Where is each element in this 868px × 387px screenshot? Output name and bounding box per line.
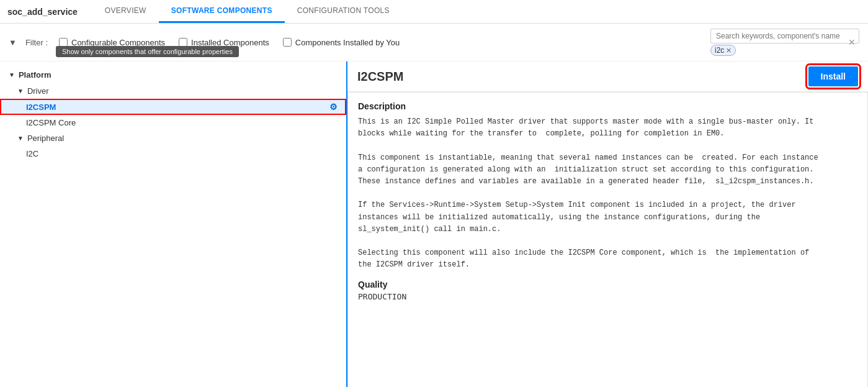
quality-section: Quality PRODUCTION	[358, 280, 857, 301]
tree-item-i2cspm-core[interactable]: I2CSPM Core	[0, 115, 346, 130]
description-heading: Description	[358, 101, 857, 111]
tab-software-components[interactable]: SOFTWARE COMPONENTS	[159, 0, 285, 23]
tree-subgroup-driver-label: Driver	[27, 86, 49, 96]
gear-icon[interactable]: ⚙	[329, 102, 338, 112]
search-wrapper: ✕ i2c ✕	[710, 29, 859, 56]
filter-bar: ▼ Filter : Configurable Components Insta…	[0, 24, 868, 61]
detail-title: I2CSPM	[357, 70, 808, 84]
install-button[interactable]: Install	[808, 66, 858, 86]
search-tag: i2c ✕	[710, 45, 736, 56]
app-title: soc_add_service	[7, 7, 78, 17]
filter-installed-checkbox[interactable]	[179, 38, 187, 47]
tree-subgroup-peripheral[interactable]: ▼ Peripheral	[0, 130, 346, 146]
search-tag-remove-icon[interactable]: ✕	[726, 47, 732, 55]
filter-installed-by-you-label[interactable]: Components Installed by You	[295, 38, 400, 47]
right-panel: I2CSPM Install Description This is an I2…	[347, 61, 868, 387]
top-nav: soc_add_service OVERVIEW SOFTWARE COMPON…	[0, 0, 868, 24]
right-header: I2CSPM Install	[347, 61, 868, 92]
tab-overview[interactable]: OVERVIEW	[92, 0, 159, 23]
description-text: This is an I2C Simple Polled Master driv…	[358, 116, 857, 271]
tree-section: ▼ Platform ▼ Driver I2CSPM ⚙ I2CSPM Core…	[0, 61, 346, 166]
tree-item-i2cspm-core-label: I2CSPM Core	[26, 118, 76, 127]
filter-configurable-checkbox[interactable]	[59, 38, 68, 47]
peripheral-arrow-icon: ▼	[17, 135, 24, 142]
filter-icon: ▼	[9, 38, 17, 47]
tree-item-i2c-label: I2C	[26, 149, 38, 158]
filter-tooltip: Show only components that offer configur…	[56, 46, 239, 57]
nav-tabs: OVERVIEW SOFTWARE COMPONENTS CONFIGURATI…	[92, 0, 402, 23]
search-clear-icon[interactable]: ✕	[848, 38, 856, 47]
platform-arrow-icon: ▼	[9, 71, 15, 78]
tree-subgroup-driver[interactable]: ▼ Driver	[0, 83, 346, 99]
filter-installed-by-you-checkbox[interactable]	[283, 38, 292, 47]
detail-body: Description This is an I2C Simple Polled…	[347, 92, 868, 387]
filter-label: Filter :	[25, 38, 48, 47]
filter-installed-by-you: Components Installed by You	[283, 38, 400, 47]
tree-group-platform[interactable]: ▼ Platform	[0, 66, 346, 83]
quality-value: PRODUCTION	[358, 292, 857, 301]
driver-arrow-icon: ▼	[17, 88, 24, 94]
tree-item-i2cspm-label: I2CSPM	[26, 102, 56, 112]
search-container: ✕ i2c ✕	[710, 29, 859, 56]
tree-group-platform-label: Platform	[19, 70, 51, 80]
left-panel: ▼ Platform ▼ Driver I2CSPM ⚙ I2CSPM Core…	[0, 61, 347, 387]
quality-heading: Quality	[358, 280, 857, 289]
main-content: ▼ Platform ▼ Driver I2CSPM ⚙ I2CSPM Core…	[0, 61, 868, 387]
search-input[interactable]	[710, 29, 859, 43]
tree-subgroup-peripheral-label: Peripheral	[27, 134, 64, 143]
tree-item-i2c[interactable]: I2C	[0, 146, 346, 162]
tab-configuration-tools[interactable]: CONFIGURATION TOOLS	[285, 0, 402, 23]
tree-item-i2cspm[interactable]: I2CSPM ⚙	[0, 99, 346, 115]
search-tag-label: i2c	[715, 46, 724, 55]
